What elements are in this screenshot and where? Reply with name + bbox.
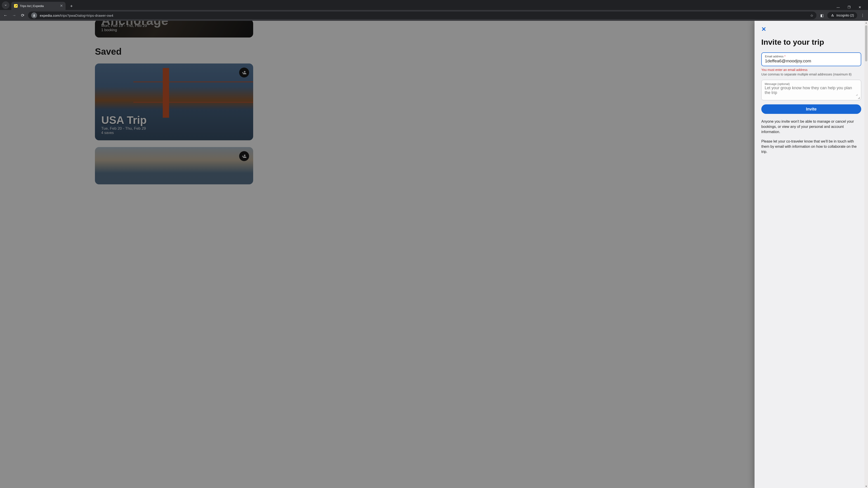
tab-close-button[interactable]: ✕ — [60, 4, 63, 8]
vertical-scrollbar[interactable]: ▲ ▼ — [864, 21, 868, 488]
new-tab-button[interactable]: ＋ — [68, 3, 74, 9]
page-viewport: Anchorage Mon, Feb 19 - Thu, Feb 29 1 bo… — [0, 21, 868, 488]
back-button[interactable]: ← — [2, 13, 8, 18]
tab-search-button[interactable] — [2, 1, 9, 9]
saved-card-usa-trip[interactable]: USA Trip Tue, Feb 20 - Thu, Feb 29 4 sav… — [95, 64, 253, 140]
forward-button[interactable]: → — [11, 13, 17, 18]
invite-people-button[interactable] — [239, 68, 249, 77]
reload-button[interactable]: ⟳ — [20, 13, 26, 18]
email-hint: Use commas to separate multiple email ad… — [761, 72, 861, 76]
drawer-close-button[interactable]: ✕ — [761, 26, 766, 33]
invite-people-button[interactable] — [239, 151, 249, 161]
url-text: expedia.com/trips?pwaDialog=trips-drawer… — [40, 13, 807, 18]
favicon-icon: ↗ — [14, 4, 18, 8]
message-field[interactable]: Message (optional) — [761, 80, 861, 100]
saved-title: USA Trip — [101, 114, 247, 126]
saved-count: 4 saves — [101, 131, 247, 135]
incognito-label: Incognito (2) — [836, 13, 854, 17]
trip-title: Anchorage — [101, 21, 247, 23]
invite-button[interactable]: Invite — [761, 104, 861, 114]
site-info-icon[interactable] — [31, 12, 37, 18]
email-label: Email address * — [765, 55, 858, 58]
incognito-indicator[interactable]: Incognito (2) — [827, 12, 857, 19]
window-controls: — ❐ ✕ — [835, 5, 866, 10]
browser-window: ↗ Trips list | Expedia ✕ ＋ — ❐ ✕ ← → ⟳ e… — [0, 0, 868, 488]
address-bar[interactable]: expedia.com/trips?pwaDialog=trips-drawer… — [28, 11, 816, 19]
saved-card-secondary[interactable] — [95, 147, 253, 184]
tab-title: Trips list | Expedia — [20, 4, 58, 8]
url-host: expedia.com — [40, 13, 59, 18]
disclaimer-1: Anyone you invite won't be able to manag… — [761, 119, 861, 135]
required-asterisk: * — [784, 55, 785, 58]
window-maximize-button[interactable]: ❐ — [846, 5, 852, 9]
email-label-text: Email address — [765, 55, 783, 58]
message-label: Message (optional) — [765, 82, 858, 86]
saved-dates: Tue, Feb 20 - Thu, Feb 29 — [101, 126, 247, 131]
url-path: /trips?pwaDialog=trips-drawer-ow4 — [59, 13, 113, 18]
message-input[interactable] — [765, 86, 858, 96]
drawer-title: Invite to your trip — [761, 38, 861, 46]
invite-drawer: ✕ Invite to your trip Email address * Yo… — [754, 21, 868, 488]
trip-dates: Mon, Feb 19 - Thu, Feb 29 — [101, 24, 247, 28]
window-minimize-button[interactable]: — — [835, 5, 841, 9]
email-field[interactable]: Email address * — [761, 53, 861, 66]
person-add-icon — [242, 154, 246, 158]
person-add-icon — [242, 70, 246, 75]
browser-menu-button[interactable]: ⋮ — [860, 13, 866, 18]
scroll-thumb[interactable] — [865, 25, 867, 61]
disclaimer-2: Please let your co-traveler know that we… — [761, 139, 861, 155]
trip-bookings: 1 booking — [101, 28, 247, 32]
tab-strip: ↗ Trips list | Expedia ✕ ＋ — ❐ ✕ — [0, 0, 868, 10]
saved-heading: Saved — [95, 46, 253, 57]
scroll-down-arrow[interactable]: ▼ — [864, 484, 868, 488]
trip-card-anchorage[interactable]: Anchorage Mon, Feb 19 - Thu, Feb 29 1 bo… — [95, 21, 253, 37]
window-close-button[interactable]: ✕ — [857, 5, 863, 9]
side-panel-button[interactable]: ◧ — [819, 13, 825, 18]
bookmark-star-icon[interactable]: ☆ — [810, 13, 813, 18]
email-input[interactable] — [765, 58, 858, 64]
browser-tab[interactable]: ↗ Trips list | Expedia ✕ — [11, 2, 66, 10]
incognito-icon — [831, 13, 835, 18]
trips-page: Anchorage Mon, Feb 19 - Thu, Feb 29 1 bo… — [0, 21, 868, 488]
golden-gate-decoration — [163, 68, 169, 118]
scroll-up-arrow[interactable]: ▲ — [864, 21, 868, 24]
email-error: You must enter an email address — [761, 68, 861, 72]
content-column: Anchorage Mon, Feb 19 - Thu, Feb 29 1 bo… — [95, 21, 253, 184]
browser-toolbar: ← → ⟳ expedia.com/trips?pwaDialog=trips-… — [0, 10, 868, 21]
